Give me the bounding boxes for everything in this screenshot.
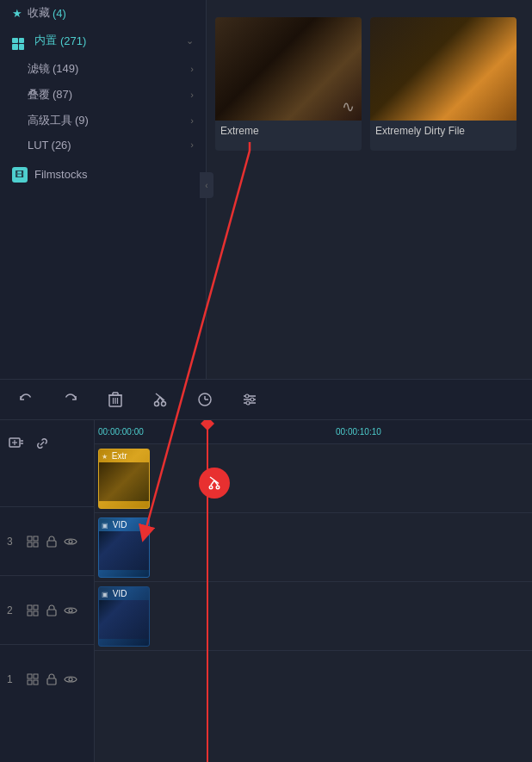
clip-vid-1-icon: ▣ [102, 591, 108, 598]
favorites-count: (4) [53, 7, 66, 20]
clip-star-icon: ★ [102, 453, 108, 461]
svg-point-20 [251, 398, 254, 401]
clip-extreme[interactable]: ★ Extr [98, 449, 150, 509]
clip-extreme-thumb [99, 462, 149, 501]
timeline-track-1: ▣ VID [95, 582, 532, 651]
sidebar-collapse-button[interactable]: ‹ [200, 172, 213, 198]
lut-arrow: › [190, 139, 194, 150]
sidebar-item-favorites[interactable]: ★ 收藏 (4) [0, 0, 206, 26]
svg-rect-35 [28, 611, 32, 616]
svg-point-9 [162, 402, 166, 406]
undo-button[interactable] [14, 387, 38, 412]
svg-rect-30 [34, 542, 38, 547]
svg-point-19 [245, 394, 249, 398]
timeline-ruler: 00:00:00:00 00:00:10:10 [95, 420, 532, 444]
timeline-right: 00:00:00:00 00:00:10:10 ★ Extr ▣ VID [95, 420, 532, 762]
preset-label-extreme: Extreme [215, 121, 362, 140]
svg-rect-37 [47, 610, 56, 616]
clip-extreme-label: ★ Extr [99, 449, 149, 462]
timeline-add-controls [0, 429, 94, 458]
track-3-controls: 3 [0, 506, 95, 575]
track-2-grid-icon [26, 604, 40, 617]
advanced-count: (9) [75, 114, 89, 127]
overlay-arrow: › [190, 90, 194, 100]
svg-point-44 [69, 678, 72, 681]
grid-icon [12, 32, 29, 50]
clock-button[interactable] [193, 387, 217, 412]
svg-point-48 [217, 486, 219, 488]
svg-rect-43 [47, 678, 56, 685]
toolbar [0, 379, 532, 420]
add-track-button[interactable] [7, 434, 26, 453]
sidebar-item-filters[interactable]: 滤镜 (149) › [0, 56, 206, 82]
svg-line-49 [211, 480, 214, 486]
svg-point-21 [246, 401, 250, 405]
content-area: Extreme Extremely Dirty File [207, 0, 532, 379]
filmstocks-icon: 🎞 [12, 167, 28, 183]
clip-vid-1-label: ▣ VID [99, 587, 149, 600]
advanced-arrow: › [190, 115, 194, 126]
track-2-eye-icon[interactable] [64, 604, 77, 617]
delete-button[interactable] [103, 387, 127, 412]
track-1-lock-icon[interactable] [45, 672, 59, 686]
timeline-track-2: ▣ VID [95, 513, 532, 582]
link-button[interactable] [33, 434, 52, 453]
track-3-eye-icon[interactable] [64, 535, 77, 548]
track-3-lock-icon[interactable] [45, 535, 59, 548]
redo-button[interactable] [59, 387, 83, 412]
track-2-number: 2 [7, 604, 21, 616]
star-icon: ★ [12, 7, 22, 20]
track-1-eye-icon[interactable] [64, 672, 77, 686]
svg-line-12 [156, 393, 164, 400]
builtin-count: (271) [60, 34, 86, 47]
track-2-controls: 2 [0, 575, 95, 644]
svg-rect-28 [34, 536, 38, 541]
overlay-label: 叠覆 [28, 87, 50, 102]
track-3-grid-icon [26, 535, 40, 548]
clip-vid-2[interactable]: ▣ VID [98, 517, 150, 578]
track-1-number: 1 [7, 673, 21, 685]
svg-rect-39 [28, 674, 32, 678]
svg-point-47 [210, 486, 212, 488]
ruler-time-mid: 00:00:10:10 [336, 427, 381, 437]
svg-line-10 [157, 397, 160, 402]
overlay-count: (87) [53, 88, 72, 101]
clip-vid-1-thumb [99, 600, 149, 639]
sidebar-item-advanced[interactable]: 高级工具 (9) › [0, 108, 206, 133]
cut-button[interactable] [148, 387, 172, 412]
preset-thumb-extreme [215, 17, 362, 121]
sidebar-item-lut[interactable]: LUT (26) › [0, 133, 206, 157]
clip-vid-2-thumb [99, 531, 149, 570]
svg-point-8 [155, 402, 159, 406]
timeline-left: 3 [0, 420, 95, 762]
sidebar-item-overlay[interactable]: 叠覆 (87) › [0, 82, 206, 108]
svg-point-32 [69, 540, 72, 543]
advanced-label: 高级工具 [28, 113, 72, 128]
lut-label: LUT [28, 139, 49, 152]
sidebar-item-builtin[interactable]: 内置 (271) ⌄ [0, 26, 206, 56]
settings-button[interactable] [238, 387, 262, 412]
clip-vid-2-icon: ▣ [102, 522, 108, 530]
track-3-number: 3 [7, 536, 21, 548]
track-1-controls: 1 [0, 644, 95, 713]
preset-thumb-dirty [370, 17, 517, 121]
track-1-grid-icon [26, 672, 40, 686]
clip-vid-1[interactable]: ▣ VID [98, 586, 150, 647]
svg-rect-40 [34, 674, 38, 678]
favorites-label: 收藏 [28, 5, 50, 21]
preset-card-extreme[interactable]: Extreme [215, 17, 362, 151]
filters-count: (149) [53, 62, 78, 75]
scissors-marker[interactable] [199, 468, 230, 499]
svg-rect-36 [34, 611, 38, 616]
clip-vid-2-label: ▣ VID [99, 518, 149, 531]
builtin-arrow: ⌄ [186, 35, 194, 46]
preset-label-dirty: Extremely Dirty File [370, 121, 517, 140]
preset-card-dirty[interactable]: Extremely Dirty File [370, 17, 517, 151]
svg-point-38 [69, 609, 72, 612]
lut-count: (26) [52, 139, 71, 152]
track-2-lock-icon[interactable] [45, 604, 59, 617]
sidebar-item-filmstocks[interactable]: 🎞 Filmstocks [0, 160, 206, 189]
svg-rect-42 [34, 680, 38, 685]
svg-rect-41 [28, 680, 32, 685]
filters-arrow: › [190, 64, 194, 74]
